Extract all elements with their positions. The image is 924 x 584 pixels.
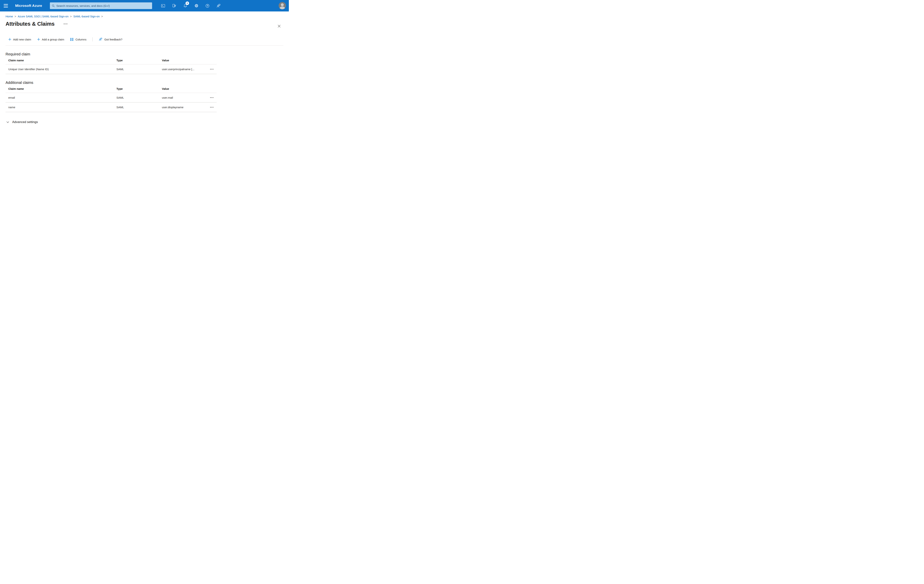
additional-claims-table: Claim name Type Value email SAML user.ma…: [5, 85, 216, 112]
close-blade-button[interactable]: [277, 24, 281, 28]
filter-icon: [172, 3, 177, 8]
advanced-settings-toggle[interactable]: Advanced settings: [6, 120, 289, 124]
cloud-shell-icon: [161, 3, 165, 8]
toolbar-divider: [5, 45, 283, 46]
directory-filter-button[interactable]: [170, 2, 178, 10]
claim-type-cell: SAML: [116, 96, 162, 99]
claim-name-cell[interactable]: name: [5, 106, 116, 109]
add-group-claim-label: Add a group claim: [42, 38, 64, 41]
feedback-button[interactable]: [214, 2, 223, 10]
table-row[interactable]: Unique User Identifier (Name ID) SAML us…: [5, 64, 216, 74]
columns-icon: [70, 38, 74, 41]
cloud-shell-button[interactable]: [159, 2, 167, 10]
azure-brand[interactable]: Microsoft Azure: [15, 4, 42, 8]
claim-value-cell: user.mail: [162, 96, 207, 99]
breadcrumb-separator: >: [101, 15, 103, 18]
page-title: Attributes & Claims: [5, 21, 54, 27]
help-button[interactable]: ?: [203, 2, 211, 10]
advanced-settings-label: Advanced settings: [12, 120, 38, 124]
column-header-type: Type: [116, 87, 162, 90]
column-header-type: Type: [116, 59, 162, 62]
settings-gear-icon: [194, 3, 199, 8]
add-new-claim-button[interactable]: Add new claim: [8, 38, 31, 41]
required-claim-table: Claim name Type Value Unique User Identi…: [5, 56, 216, 74]
required-claim-heading: Required claim: [5, 52, 289, 56]
notifications-button[interactable]: 6: [181, 2, 190, 10]
breadcrumb-separator: >: [15, 15, 16, 18]
table-header-row: Claim name Type Value: [5, 85, 216, 93]
claim-type-cell: SAML: [116, 106, 162, 109]
row-context-menu-button[interactable]: [210, 105, 214, 109]
breadcrumb: Home > Azure SAML SSO | SAML-based Sign-…: [5, 15, 289, 18]
row-context-menu-button[interactable]: [210, 67, 214, 71]
global-search[interactable]: [50, 2, 152, 9]
top-bar: Microsoft Azure 6: [0, 0, 289, 12]
breadcrumb-app-signon[interactable]: Azure SAML SSO | SAML-based Sign-on: [18, 15, 68, 18]
breadcrumb-saml-signon[interactable]: SAML-based Sign-on: [73, 15, 100, 18]
chevron-down-icon: [6, 120, 10, 124]
row-context-menu-button[interactable]: [210, 96, 214, 99]
claim-name-cell[interactable]: email: [5, 96, 116, 99]
add-new-claim-label: Add new claim: [13, 38, 31, 41]
search-icon: [52, 4, 55, 7]
claim-value-cell: user.displayname: [162, 106, 207, 109]
breadcrumb-separator: >: [70, 15, 72, 18]
feedback-person-icon: [99, 37, 102, 41]
column-header-claim-name: Claim name: [5, 59, 116, 62]
columns-label: Columns: [75, 38, 86, 41]
claim-type-cell: SAML: [116, 67, 162, 71]
help-icon: ?: [205, 3, 210, 8]
title-row: Attributes & Claims: [5, 21, 289, 27]
plus-icon: [37, 38, 40, 41]
plus-icon: [8, 38, 11, 41]
column-header-claim-name: Claim name: [5, 87, 116, 90]
additional-claims-heading: Additional claims: [5, 81, 289, 85]
notification-count-badge: 6: [186, 2, 189, 5]
close-icon: [277, 24, 281, 28]
command-bar: Add new claim Add a group claim Columns …: [8, 36, 289, 43]
column-header-value: Value: [162, 59, 207, 62]
column-header-value: Value: [162, 87, 207, 90]
columns-button[interactable]: Columns: [70, 38, 86, 41]
table-row[interactable]: name SAML user.displayname: [5, 102, 216, 112]
got-feedback-button[interactable]: Got feedback?: [99, 37, 122, 41]
add-group-claim-button[interactable]: Add a group claim: [37, 38, 64, 41]
table-header-row: Claim name Type Value: [5, 56, 216, 64]
svg-text:?: ?: [207, 5, 208, 7]
settings-button[interactable]: [192, 2, 201, 10]
claim-value-cell: user.userprincipalname [...: [162, 67, 207, 71]
feedback-person-icon: [216, 3, 221, 8]
breadcrumb-home[interactable]: Home: [5, 15, 13, 18]
table-row[interactable]: email SAML user.mail: [5, 93, 216, 102]
search-input[interactable]: [56, 4, 150, 7]
title-overflow-button[interactable]: [63, 23, 68, 25]
avatar[interactable]: [278, 2, 286, 10]
claim-name-cell[interactable]: Unique User Identifier (Name ID): [5, 67, 116, 71]
topbar-icon-group: 6 ?: [159, 2, 223, 10]
got-feedback-label: Got feedback?: [104, 38, 122, 41]
hamburger-menu-button[interactable]: [4, 3, 10, 8]
